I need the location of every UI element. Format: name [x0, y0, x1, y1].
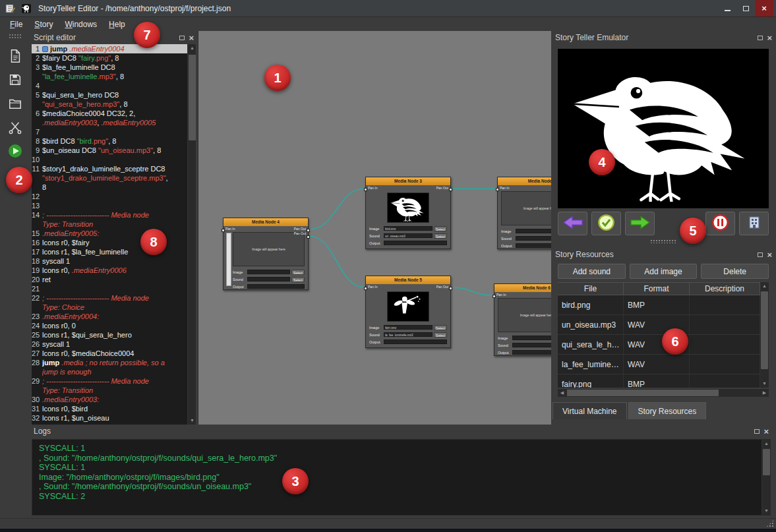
tab-story-resources[interactable]: Story Resources: [628, 402, 707, 419]
title-bar[interactable]: StoryTeller Editor - /home/anthony/ostpr…: [0, 0, 776, 17]
code-line[interactable]: 20ret: [32, 275, 187, 284]
log-content[interactable]: ▲ ▼ SYSCALL: 1, Sound: "/home/anthony/os…: [32, 439, 771, 516]
code-line[interactable]: 19lcons r0, .mediaEntry0006: [32, 266, 187, 275]
code-line[interactable]: 1jump .mediaEntry0004: [32, 44, 187, 53]
code-line[interactable]: 7: [32, 127, 187, 136]
code-line[interactable]: .mediaEntry0003, .mediaEntry0005: [32, 118, 187, 127]
code-line[interactable]: 30.mediaEntry0003:: [32, 395, 187, 404]
node-field-input[interactable]: [512, 336, 551, 340]
scroll-down-icon[interactable]: ▼: [760, 380, 769, 388]
menu-item-help[interactable]: Help: [103, 18, 131, 30]
code-line[interactable]: 26syscall 1: [32, 340, 187, 349]
float-panel-icon[interactable]: [179, 36, 185, 40]
code-line[interactable]: "qui_sera_le_hero.mp3", 8: [32, 100, 187, 109]
code-line[interactable]: "la_fee_luminelle.mp3", 8: [32, 72, 187, 81]
scrollbar-thumb[interactable]: [189, 55, 196, 140]
new-script-icon[interactable]: [5, 46, 25, 66]
code-line[interactable]: jump is enough: [32, 367, 187, 376]
validate-button[interactable]: [591, 212, 621, 235]
code-line[interactable]: Type: Transition: [32, 220, 187, 229]
media-node[interactable]: Media NodePan InImage will appear hereIm…: [497, 177, 551, 249]
code-line[interactable]: 9$un_oiseau DC8 "un_oiseau.mp3", 8: [32, 146, 187, 155]
code-line[interactable]: 8: [32, 183, 187, 192]
code-line[interactable]: 25lcons r1, $qui_sera_le_hero: [32, 330, 187, 340]
code-line[interactable]: 11$story1_drako_luminelle_sceptre DC8: [32, 164, 187, 173]
code-line[interactable]: 6$mediaChoice0004 DC32, 2,: [32, 109, 187, 118]
float-panel-icon[interactable]: [754, 429, 760, 434]
code-line[interactable]: 21: [32, 284, 187, 293]
script-editor[interactable]: 1jump .mediaEntry00042$fairy DC8 "fairy.…: [32, 44, 196, 425]
node-select-button[interactable]: Select: [291, 277, 305, 282]
code-line[interactable]: 10: [32, 155, 187, 164]
node-select-button[interactable]: Select: [434, 226, 447, 231]
code-line[interactable]: "story1_drako_luminelle_sceptre.mp3",: [32, 173, 187, 183]
pause-button[interactable]: [705, 212, 735, 235]
logs-scrollbar[interactable]: ▲ ▼: [761, 440, 770, 515]
code-line[interactable]: 27lcons r0, $mediaChoice0004: [32, 349, 187, 358]
code-line[interactable]: 3$la_fee_luminelle DC8: [32, 63, 187, 72]
scroll-right-icon[interactable]: ▶: [760, 389, 769, 397]
close-panel-icon[interactable]: ×: [767, 251, 772, 259]
column-header[interactable]: Description: [690, 282, 760, 295]
scroll-down-icon[interactable]: ▼: [188, 417, 196, 425]
minimize-button[interactable]: [718, 0, 736, 16]
node-field-input[interactable]: la_fee_luminelle.mp3: [384, 332, 433, 337]
column-header[interactable]: Format: [624, 282, 690, 295]
tab-virtual-machine[interactable]: Virtual Machine: [552, 402, 627, 419]
node-select-button[interactable]: Select: [434, 325, 447, 330]
cut-icon[interactable]: [5, 117, 25, 137]
toolbar-grip[interactable]: [9, 34, 22, 39]
delete-button[interactable]: Delete: [701, 264, 769, 279]
float-panel-icon[interactable]: [758, 36, 763, 40]
code-line[interactable]: 13: [32, 201, 187, 210]
code-line[interactable]: 2$fairy DC8 "fairy.png", 8: [32, 53, 187, 63]
close-panel-icon[interactable]: ×: [189, 34, 194, 42]
close-panel-icon[interactable]: ×: [763, 427, 769, 436]
node-field-input[interactable]: [247, 284, 305, 289]
close-panel-icon[interactable]: ×: [767, 34, 772, 42]
code-line[interactable]: 24lcons r0, 0: [32, 321, 187, 330]
close-button[interactable]: ×: [755, 0, 773, 16]
node-field-input[interactable]: [384, 340, 447, 344]
code-line[interactable]: 4: [32, 81, 187, 90]
float-panel-icon[interactable]: [758, 252, 763, 257]
menu-item-file[interactable]: File: [4, 18, 28, 30]
node-field-input[interactable]: [384, 241, 447, 245]
scroll-up-icon[interactable]: ▲: [762, 440, 771, 448]
node-field-input[interactable]: [512, 350, 551, 355]
scroll-up-icon[interactable]: ▲: [760, 282, 769, 290]
code-line[interactable]: 29; -------------------------- Media nod…: [32, 376, 187, 386]
media-node[interactable]: Media Node 5Pan InPan OutImagefairy.pngS…: [365, 276, 451, 348]
code-line[interactable]: 12: [32, 192, 187, 201]
node-select-button[interactable]: Select: [434, 233, 447, 239]
add-image-button[interactable]: Add image: [630, 264, 698, 279]
node-field-input[interactable]: [247, 277, 290, 281]
resize-grip[interactable]: [766, 519, 774, 527]
node-field-input[interactable]: fairy.png: [384, 325, 433, 330]
scrollbar-thumb[interactable]: [763, 449, 770, 475]
back-button[interactable]: [558, 212, 587, 235]
code-line[interactable]: 14; -------------------------- Media nod…: [32, 210, 187, 220]
node-field-input[interactable]: [512, 343, 551, 347]
node-field-input[interactable]: bird.png: [384, 226, 433, 231]
code-line[interactable]: Type: Transition: [32, 386, 187, 395]
code-line[interactable]: 31lcons r0, $bird: [32, 404, 187, 413]
code-line[interactable]: 28jump .media ; no return possible, so a: [32, 358, 187, 367]
code-line[interactable]: 32lcons r1, $un_oiseau: [32, 413, 187, 423]
splitter-handle[interactable]: [650, 239, 676, 243]
node-canvas[interactable]: Media Node 4Pan InPan OutPan OutImage wi…: [198, 31, 551, 425]
node-select-button[interactable]: Select: [434, 332, 447, 338]
menu-item-story[interactable]: Story: [28, 18, 59, 30]
node-field-input[interactable]: [516, 236, 551, 241]
node-field-input[interactable]: [516, 229, 551, 233]
scrollbar-thumb[interactable]: [567, 390, 719, 396]
node-select-button[interactable]: Select: [291, 270, 305, 275]
forward-button[interactable]: [625, 212, 655, 235]
code-line[interactable]: 8$bird DC8 "bird.png", 8: [32, 136, 187, 146]
media-node[interactable]: Media Node 3Pan InPan OutImagebird.pngSe…: [365, 177, 451, 249]
code-line[interactable]: 22; -------------------------- Media nod…: [32, 293, 187, 303]
scroll-down-icon[interactable]: ▼: [762, 507, 771, 515]
run-icon[interactable]: [5, 141, 25, 161]
table-scrollbar[interactable]: ▲ ▼: [760, 282, 769, 388]
menu-item-windows[interactable]: Windows: [59, 18, 103, 30]
